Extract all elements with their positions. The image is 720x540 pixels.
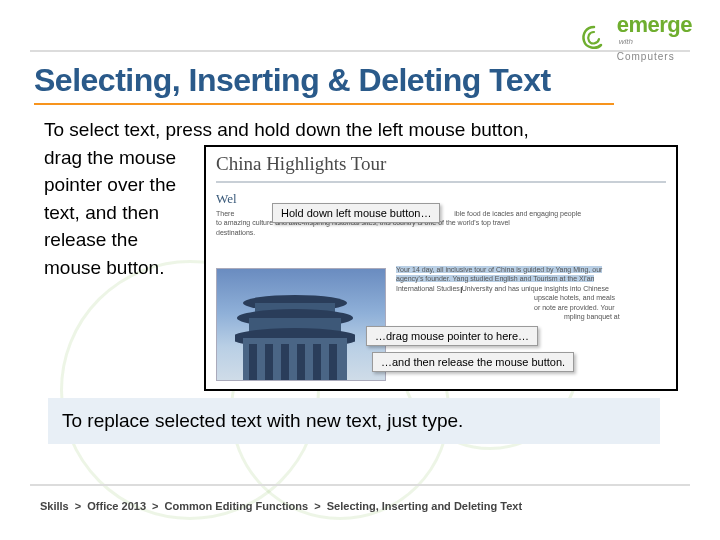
figure-doc-title: China Highlights Tour: [206, 147, 676, 181]
body-line: text, and then: [44, 199, 204, 227]
figure-selected-text: Your 14 day, all inclusive tour of China…: [396, 266, 602, 273]
tooltip-drag-here: …drag mouse pointer to here…: [366, 326, 538, 346]
footer-divider: [30, 484, 690, 486]
title-underline: [34, 103, 614, 105]
breadcrumb-sep: >: [75, 500, 81, 512]
breadcrumb-sep: >: [152, 500, 158, 512]
breadcrumb-sep: >: [314, 500, 320, 512]
figure-word-document: China Highlights Tour Wel There ible foo…: [204, 145, 678, 391]
body-line: pointer over the: [44, 171, 204, 199]
svg-rect-9: [297, 344, 305, 380]
brand-with: with: [619, 38, 692, 46]
breadcrumb-item: Common Editing Functions: [165, 500, 309, 512]
body-line: mouse button.: [44, 254, 204, 282]
breadcrumb-item: Skills: [40, 500, 69, 512]
text-cursor-icon: I: [460, 285, 463, 295]
brand-computers: Computers: [617, 51, 675, 62]
brand-logo: emerge with Computers: [579, 12, 692, 64]
figure-selected-text: agency's founder. Yang studied English a…: [396, 275, 594, 282]
svg-rect-6: [249, 344, 257, 380]
callout-box: To replace selected text with new text, …: [48, 398, 660, 444]
breadcrumb-item: Selecting, Inserting and Deleting Text: [327, 500, 522, 512]
header-divider: [30, 50, 690, 52]
slide-title: Selecting, Inserting & Deleting Text: [34, 62, 551, 99]
svg-rect-8: [281, 344, 289, 380]
breadcrumb: Skills > Office 2013 > Common Editing Fu…: [40, 500, 522, 512]
svg-rect-10: [313, 344, 321, 380]
figure-title-rule: [216, 181, 666, 183]
tooltip-hold-down: Hold down left mouse button…: [272, 203, 440, 223]
breadcrumb-item: Office 2013: [87, 500, 146, 512]
figure-photo-temple: [216, 268, 386, 381]
svg-rect-7: [265, 344, 273, 380]
temple-illustration-icon: [235, 288, 355, 380]
svg-rect-11: [329, 344, 337, 380]
emerge-swirl-icon: [579, 23, 609, 53]
body-line: To select text, press and hold down the …: [44, 116, 676, 144]
brand-wordmark: emerge: [617, 12, 692, 37]
body-line: release the: [44, 226, 204, 254]
tooltip-release: …and then release the mouse button.: [372, 352, 574, 372]
body-line: drag the mouse: [44, 144, 204, 172]
figure-column2: Your 14 day, all inclusive tour of China…: [396, 265, 666, 322]
